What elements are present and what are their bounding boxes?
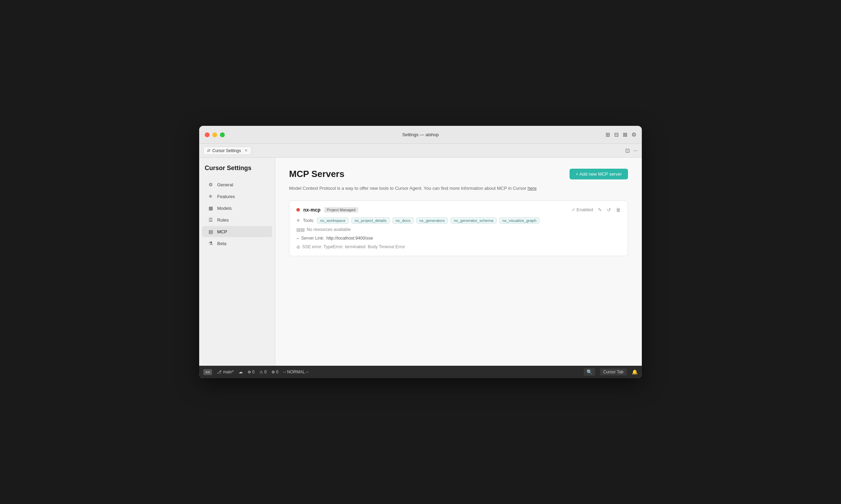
sidebar-item-general[interactable]: ⚙ General [202, 179, 272, 190]
cloud-icon: ☁ [239, 370, 243, 374]
description-text: Model Context Protocol is a way to offer… [289, 186, 526, 191]
status-mode: -- NORMAL -- [283, 370, 309, 374]
status-branch: ⎇ main* [217, 370, 234, 374]
sidebar-item-beta[interactable]: ⚗ Beta [202, 238, 272, 249]
maximize-button[interactable] [220, 132, 225, 137]
sidebar-item-mcp[interactable]: ▤ MCP [202, 226, 272, 237]
window-title: Settings — aishop [402, 132, 439, 137]
sidebar-item-models-label: Models [217, 206, 232, 211]
tool-tag-nx-docs: nx_docs [392, 217, 414, 224]
models-icon: ▦ [207, 205, 214, 211]
content-description: Model Context Protocol is a way to offer… [289, 185, 628, 192]
mcp-card-header: nx-mcp Project Managed ✓ Enabled ✎ ↺ 🗑 [296, 207, 621, 213]
status-cloud-icon: ☁ [239, 370, 243, 374]
general-icon: ⚙ [207, 182, 214, 187]
tabbar-right: ⊡ ··· [625, 147, 638, 154]
minimize-button[interactable] [212, 132, 217, 137]
no-resources-text: No resources available [307, 227, 351, 232]
link-icon: ⌁ [296, 236, 299, 241]
sidebar-item-mcp-label: MCP [217, 229, 227, 234]
cursor-settings-tab[interactable]: ⇄ Cursor Settings ✕ [203, 147, 251, 155]
delete-icon[interactable]: 🗑 [616, 207, 621, 213]
app-window: Settings — aishop ⊞ ⊟ ⊠ ⚙ ⇄ Cursor Setti… [199, 126, 642, 378]
project-managed-badge: Project Managed [324, 207, 358, 213]
tool-tag-nx-generator-schema: nx_generator_schema [451, 217, 496, 224]
split-editor-icon[interactable]: ⊡ [625, 147, 630, 154]
tab-close-icon[interactable]: ✕ [244, 148, 248, 153]
features-icon: ✳ [207, 194, 214, 199]
branch-name: main* [223, 370, 234, 374]
resources-icon: ▤▤ [296, 227, 305, 232]
sidebar-title: Cursor Settings [199, 165, 275, 179]
sidebar-item-features[interactable]: ✳ Features [202, 191, 272, 202]
tool-tag-nx-workspace: nx_workspace [317, 217, 349, 224]
refresh-icon[interactable]: ↺ [607, 207, 611, 213]
mcp-server-card: nx-mcp Project Managed ✓ Enabled ✎ ↺ 🗑 ✳… [289, 200, 628, 256]
tab-icon: ⇄ [207, 148, 210, 153]
error-icon: ⊘ [296, 244, 300, 250]
tool-tag-nx-project-details: nx_project_details [351, 217, 390, 224]
titlebar-actions: ⊞ ⊟ ⊠ ⚙ [606, 131, 636, 138]
content-area: MCP Servers + Add new MCP server Model C… [275, 158, 642, 366]
terminal-icon[interactable]: >< [203, 369, 212, 375]
add-mcp-server-button[interactable]: + Add new MCP server [570, 169, 628, 179]
more-actions-icon[interactable]: ··· [633, 148, 638, 154]
cursor-tab-button[interactable]: Cursor Tab [600, 368, 627, 375]
notification-bell-icon[interactable]: 🔔 [632, 369, 638, 375]
statusbar: >< ⎇ main* ☁ ⊗ 0 ⚠ 0 ⊕ 0 -- NORMAL -- 🔍 … [199, 366, 642, 378]
sidebar-item-rules-label: Rules [217, 217, 229, 223]
server-link-label: Server Link: [301, 236, 324, 241]
tabbar: ⇄ Cursor Settings ✕ ⊡ ··· [199, 144, 642, 158]
sidebar-item-general-label: General [217, 182, 233, 187]
status-errors: ⊗ 0 [248, 370, 255, 374]
settings-icon[interactable]: ⚙ [631, 131, 636, 138]
edit-icon[interactable]: ✎ [598, 207, 602, 213]
traffic-lights [205, 132, 225, 137]
tools-row: ✳ Tools: nx_workspace nx_project_details… [296, 217, 621, 224]
layout2-icon[interactable]: ⊟ [614, 131, 619, 138]
resources-row: ▤▤ No resources available [296, 227, 621, 232]
beta-icon: ⚗ [207, 241, 214, 246]
tool-tag-nx-generators: nx_generators [416, 217, 448, 224]
sidebar-item-models[interactable]: ▦ Models [202, 203, 272, 214]
mcp-card-right: ✓ Enabled ✎ ↺ 🗑 [572, 207, 621, 213]
titlebar: Settings — aishop ⊞ ⊟ ⊠ ⚙ [199, 126, 642, 144]
sse-error-row: ⊘ SSE error: TypeError: terminated: Body… [296, 244, 621, 250]
layout3-icon[interactable]: ⊠ [623, 131, 627, 138]
enabled-label: ✓ Enabled [572, 207, 593, 212]
mcp-card-left: nx-mcp Project Managed [296, 207, 358, 213]
tool-tag-nx-visualize-graph: nx_visualize_graph [499, 217, 539, 224]
mcp-icon: ▤ [207, 229, 214, 234]
server-link-row: ⌁ Server Link: http://localhost:9400/sse [296, 236, 621, 241]
sidebar-item-features-label: Features [217, 194, 235, 199]
rules-icon: ☰ [207, 217, 214, 223]
sse-error-text: SSE error: TypeError: terminated: Body T… [302, 244, 405, 249]
statusbar-left: >< ⎇ main* ☁ ⊗ 0 ⚠ 0 ⊕ 0 -- NORMAL -- [203, 369, 309, 375]
tab-label: Cursor Settings [212, 148, 241, 153]
close-button[interactable] [205, 132, 210, 137]
page-title: MCP Servers [289, 169, 344, 179]
sidebar-item-beta-label: Beta [217, 241, 227, 246]
tools-label: Tools: [303, 218, 314, 223]
search-button[interactable]: 🔍 [584, 368, 595, 376]
server-link-url: http://localhost:9400/sse [326, 236, 373, 241]
tools-icon: ✳ [296, 218, 300, 223]
status-dot [296, 208, 300, 212]
statusbar-right: 🔍 Cursor Tab 🔔 [584, 368, 638, 376]
description-link[interactable]: here [528, 186, 537, 191]
content-header: MCP Servers + Add new MCP server [289, 169, 628, 179]
branch-icon: ⎇ [217, 370, 222, 374]
sidebar-item-rules[interactable]: ☰ Rules [202, 214, 272, 225]
layout1-icon[interactable]: ⊞ [606, 131, 610, 138]
status-broadcast: ⊕ 0 [271, 370, 278, 374]
mcp-server-name: nx-mcp [303, 207, 321, 213]
status-warnings: ⚠ 0 [259, 370, 267, 374]
main-layout: Cursor Settings ⚙ General ✳ Features ▦ M… [199, 158, 642, 366]
sidebar: Cursor Settings ⚙ General ✳ Features ▦ M… [199, 158, 275, 366]
